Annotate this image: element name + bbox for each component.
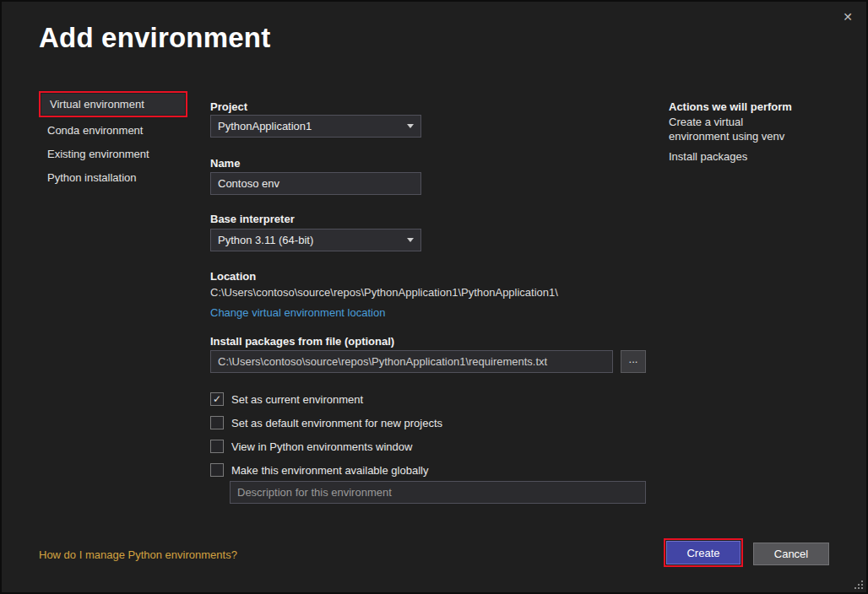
checkbox-label: View in Python environments window: [231, 440, 412, 453]
checkbox-unchecked-icon[interactable]: [210, 463, 224, 477]
base-interpreter-label: Base interpreter: [210, 213, 295, 225]
base-interpreter-dropdown[interactable]: Python 3.11 (64-bit): [210, 229, 421, 251]
checkbox-view-in-environments-window[interactable]: View in Python environments window: [210, 440, 412, 453]
checkbox-make-available-globally[interactable]: Make this environment available globally: [210, 463, 428, 477]
checkbox-set-default-environment[interactable]: Set as default environment for new proje…: [210, 416, 442, 429]
name-label: Name: [210, 157, 240, 170]
project-label: Project: [210, 100, 247, 113]
sidebar-item-conda-environment[interactable]: Conda environment: [39, 120, 195, 141]
project-dropdown-value: PythonApplication1: [218, 120, 312, 132]
requirements-path-input[interactable]: [210, 350, 613, 373]
chevron-down-icon: [407, 238, 414, 242]
location-path: C:\Users\contoso\source\repos\PythonAppl…: [210, 286, 558, 299]
python-environments-help-link[interactable]: How do I manage Python environments?: [39, 548, 237, 561]
location-label: Location: [210, 270, 256, 283]
chevron-down-icon: [407, 124, 414, 128]
sidebar-item-label: Conda environment: [47, 124, 143, 137]
sidebar-item-label: Virtual environment: [50, 98, 144, 111]
description-input[interactable]: [230, 481, 646, 504]
sidebar-item-label: Existing environment: [47, 148, 149, 160]
checkbox-checked-icon[interactable]: ✓: [210, 392, 224, 406]
name-input[interactable]: [210, 172, 421, 195]
close-icon[interactable]: ✕: [843, 11, 853, 23]
install-packages-label: Install packages from file (optional): [210, 335, 394, 348]
selection-highlight: Virtual environment: [39, 91, 187, 117]
checkbox-unchecked-icon[interactable]: [210, 416, 224, 429]
base-interpreter-dropdown-value: Python 3.11 (64-bit): [218, 234, 313, 246]
add-environment-dialog: ✕ Add environment Virtual environment Co…: [0, 0, 868, 594]
sidebar-item-existing-environment[interactable]: Existing environment: [39, 143, 195, 165]
sidebar: Virtual environment Conda environment Ex…: [39, 91, 195, 188]
actions-panel-title: Actions we will perform: [669, 100, 806, 113]
sidebar-item-virtual-environment[interactable]: Virtual environment: [41, 94, 185, 115]
dialog-title: Add environment: [39, 22, 270, 54]
create-button[interactable]: Create: [666, 541, 741, 564]
checkbox-unchecked-icon[interactable]: [210, 440, 224, 453]
project-dropdown[interactable]: PythonApplication1: [210, 115, 421, 138]
cancel-button[interactable]: Cancel: [753, 543, 829, 565]
checkbox-label: Make this environment available globally: [231, 464, 428, 477]
actions-panel-item: Install packages: [669, 150, 806, 165]
browse-button[interactable]: ...: [621, 350, 646, 373]
sidebar-item-python-installation[interactable]: Python installation: [39, 167, 195, 188]
actions-panel: Actions we will perform Create a virtual…: [669, 100, 806, 165]
checkbox-label: Set as default environment for new proje…: [231, 417, 442, 429]
change-location-link[interactable]: Change virtual environment location: [210, 306, 385, 319]
create-highlight: Create: [664, 538, 743, 567]
sidebar-item-label: Python installation: [47, 171, 137, 184]
checkbox-set-current-environment[interactable]: ✓ Set as current environment: [210, 392, 363, 406]
checkbox-label: Set as current environment: [231, 393, 363, 406]
actions-panel-item: Create a virtual environment using venv: [669, 116, 806, 144]
resize-grip-icon[interactable]: [854, 580, 864, 590]
